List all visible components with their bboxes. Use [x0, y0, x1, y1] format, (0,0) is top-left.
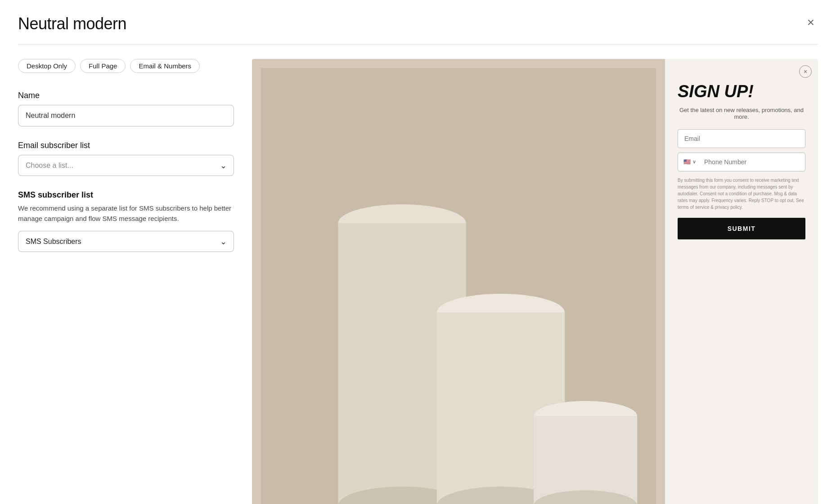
tags-row: Desktop Only Full Page Email & Numbers [18, 59, 234, 73]
email-list-field-group: Email subscriber list Choose a list... ⌄ [18, 141, 234, 176]
email-list-label: Email subscriber list [18, 141, 234, 150]
preview-image-section [252, 59, 665, 504]
flag-emoji: 🇺🇸 [683, 158, 691, 165]
name-field-group: Name [18, 91, 234, 126]
modal-container: Neutral modern × Desktop Only Full Page … [0, 0, 836, 504]
sms-list-select-wrapper: SMS Subscribers ⌄ [18, 231, 234, 252]
flag-chevron-icon: ∨ [692, 159, 696, 165]
tag-email-numbers[interactable]: Email & Numbers [130, 59, 200, 73]
preview-heading: SIGN UP! [678, 82, 805, 101]
sms-list-select[interactable]: SMS Subscribers [18, 231, 234, 252]
email-list-select-wrapper: Choose a list... ⌄ [18, 155, 234, 176]
preview-phone-row: 🇺🇸 ∨ [678, 153, 805, 171]
tag-full-page[interactable]: Full Page [80, 59, 126, 73]
preview-subtext: Get the latest on new releases, promotio… [678, 107, 805, 120]
content-area: Desktop Only Full Page Email & Numbers N… [18, 59, 818, 504]
sms-section: SMS subscriber list We recommend using a… [18, 190, 234, 252]
sms-section-title: SMS subscriber list [18, 190, 234, 200]
preview-area: × SIGN UP! Get the latest on new release… [252, 59, 818, 504]
sms-section-description: We recommend using a separate list for S… [18, 203, 234, 224]
left-panel: Desktop Only Full Page Email & Numbers N… [18, 59, 234, 504]
preview-flag-selector[interactable]: 🇺🇸 ∨ [678, 154, 700, 170]
preview-email-input[interactable] [678, 129, 805, 148]
modal-close-button[interactable]: × [804, 14, 818, 31]
tag-desktop-only[interactable]: Desktop Only [18, 59, 76, 73]
preview-close-button[interactable]: × [799, 65, 812, 78]
modal-title: Neutral modern [18, 14, 126, 33]
name-label: Name [18, 91, 234, 100]
preview-submit-button[interactable]: SUBMIT [678, 218, 805, 239]
modal-header: Neutral modern × [18, 14, 818, 33]
cylinders-svg [261, 68, 656, 504]
header-divider [18, 44, 818, 45]
preview-form-section: × SIGN UP! Get the latest on new release… [665, 59, 818, 504]
preview-phone-input[interactable] [700, 153, 805, 171]
email-list-select[interactable]: Choose a list... [18, 155, 234, 176]
name-input[interactable] [18, 105, 234, 126]
preview-legal-text: By submitting this form you consent to r… [678, 177, 805, 211]
